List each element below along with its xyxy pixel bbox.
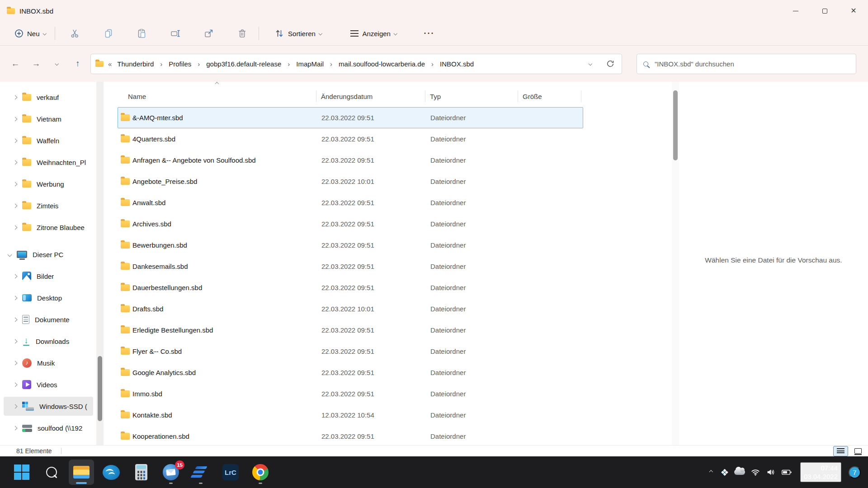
chevron-right-icon[interactable] — [13, 382, 18, 387]
breadcrumb-item[interactable]: Thunderbird — [114, 58, 156, 70]
table-row[interactable]: Anfragen &-- Angebote von Soulfood.sbd22… — [118, 150, 583, 171]
address-bar[interactable]: « Thunderbird›Profiles›gobp3f16.default-… — [90, 54, 622, 74]
sidebar-scrollbar-thumb[interactable] — [98, 356, 102, 421]
sidebar-item-drive-network[interactable]: soulfood (\\192 — [0, 417, 97, 439]
sidebar-item-folder[interactable]: Weihnachten_Pl — [0, 151, 97, 173]
chevron-down-icon[interactable] — [8, 252, 12, 257]
table-row[interactable]: Angebote_Preise.sbd22.03.2022 10:01Datei… — [118, 171, 583, 192]
notification-center-badge[interactable]: 7 — [849, 466, 861, 479]
breadcrumb-item[interactable]: mail.soulfood-lowcarberia.de — [336, 58, 428, 70]
delete-button[interactable] — [232, 25, 252, 42]
breadcrumb-item[interactable]: Profiles — [166, 58, 194, 70]
sidebar-item-folder[interactable]: Waffeln — [0, 130, 97, 151]
chevron-right-icon[interactable] — [13, 182, 18, 186]
view-button[interactable]: Anzeigen — [346, 27, 401, 40]
chevron-right-icon[interactable] — [13, 95, 18, 99]
file-list-scrollbar-thumb[interactable] — [673, 90, 678, 160]
close-button[interactable]: ✕ — [839, 0, 868, 22]
sidebar-item-music[interactable]: Musik — [0, 352, 97, 374]
address-dropdown-button[interactable] — [584, 56, 597, 72]
chevron-right-icon[interactable] — [13, 296, 18, 300]
table-row[interactable]: Google Analytics.sbd22.03.2022 09:51Date… — [118, 362, 583, 383]
table-row[interactable]: &-AMQ-mter.sbd22.03.2022 09:51Dateiordne… — [118, 107, 583, 128]
file-list-scrollbar[interactable] — [672, 82, 679, 445]
table-row[interactable]: Erledigte Bestellungen.sbd22.03.2022 09:… — [118, 319, 583, 341]
refresh-button[interactable] — [604, 56, 617, 72]
onedrive-tray-button[interactable] — [731, 463, 748, 481]
table-row[interactable]: Kooperationen.sbd22.03.2022 09:51Dateior… — [118, 426, 583, 445]
chevron-right-icon[interactable] — [13, 160, 18, 164]
taskbar-search-button[interactable] — [39, 460, 64, 485]
sidebar-item-desktop[interactable]: Desktop — [0, 287, 97, 309]
chevron-right-icon[interactable] — [13, 317, 18, 322]
chevron-right-icon[interactable] — [13, 225, 18, 230]
search-input[interactable] — [654, 60, 849, 68]
chevron-right-icon[interactable] — [13, 361, 18, 365]
sidebar-item-documents[interactable]: Dokumente — [0, 309, 97, 330]
taskbar-thunderbird-button[interactable]: 15 — [158, 460, 184, 485]
sidebar-item-drive-windows[interactable]: Windows-SSD ( — [0, 395, 97, 417]
chevron-right-icon[interactable] — [13, 404, 18, 408]
table-row[interactable]: 4Quarters.sbd22.03.2022 09:51Dateiordner — [118, 128, 583, 150]
taskbar-waves-button[interactable] — [188, 460, 213, 485]
more-button[interactable]: ··· — [419, 26, 439, 41]
volume-button[interactable] — [763, 463, 778, 481]
taskbar-explorer-button[interactable] — [69, 460, 94, 485]
breadcrumb-item[interactable]: gobp3f16.default-release — [203, 58, 284, 70]
taskbar-lightroom-button[interactable]: LrC — [218, 460, 243, 485]
minimize-button[interactable] — [781, 0, 810, 22]
table-row[interactable]: Flyer &-- Co.sbd22.03.2022 09:51Dateiord… — [118, 341, 583, 362]
battery-button[interactable] — [778, 463, 795, 481]
sidebar-item-folder[interactable]: verkauf — [0, 86, 97, 108]
taskbar-openoffice-button[interactable] — [99, 460, 124, 485]
column-header-type[interactable]: Typ — [425, 90, 518, 102]
forward-button[interactable]: → — [27, 56, 45, 72]
chevron-right-icon[interactable] — [13, 274, 18, 278]
sidebar-item-folder[interactable]: Vietnam — [0, 108, 97, 130]
table-row[interactable]: Drafts.sbd22.03.2022 10:01Dateiordner — [118, 298, 583, 319]
chevron-right-icon[interactable] — [13, 117, 18, 121]
hidden-icons-button[interactable] — [704, 463, 718, 481]
back-button[interactable]: ← — [6, 56, 24, 72]
cut-button[interactable] — [65, 25, 85, 42]
paste-button[interactable] — [132, 25, 152, 42]
share-button[interactable] — [199, 25, 219, 42]
sidebar-item-folder[interactable]: Zimteis — [0, 195, 97, 216]
dropbox-tray-button[interactable]: ❖ — [718, 463, 731, 481]
sidebar-item-downloads[interactable]: Downloads — [0, 330, 97, 352]
table-row[interactable]: Immo.sbd22.03.2022 09:51Dateiordner — [118, 383, 583, 404]
breadcrumb-item[interactable]: ImapMail — [293, 58, 326, 70]
column-header-size[interactable]: Größe — [518, 90, 581, 102]
table-row[interactable]: Kontakte.sbd12.03.2022 10:54Dateiordner — [118, 404, 583, 426]
table-row[interactable]: Anwalt.sbd22.03.2022 09:51Dateiordner — [118, 192, 583, 213]
details-view-button[interactable] — [833, 446, 848, 456]
chevron-right-icon[interactable] — [13, 339, 18, 343]
table-row[interactable]: Bewerbungen.sbd22.03.2022 09:51Dateiordn… — [118, 235, 583, 256]
breadcrumb-item[interactable]: INBOX.sbd — [437, 58, 476, 70]
chevron-right-icon[interactable] — [13, 138, 18, 143]
up-button[interactable]: ↑ — [69, 56, 87, 72]
taskbar-start-button[interactable] — [9, 460, 34, 485]
recent-locations-button[interactable] — [48, 56, 66, 72]
sidebar-item-folder[interactable]: Zitrone Blaubee — [0, 216, 97, 238]
table-row[interactable]: Dankesemails.sbd22.03.2022 09:51Dateiord… — [118, 256, 583, 277]
maximize-button[interactable] — [810, 0, 839, 22]
wifi-button[interactable] — [748, 463, 763, 481]
taskbar-chrome-button[interactable] — [248, 460, 273, 485]
column-header-date[interactable]: Änderungsdatum — [316, 90, 425, 102]
copy-button[interactable] — [99, 25, 118, 42]
rename-button[interactable] — [165, 25, 185, 42]
taskbar-calculator-button[interactable] — [128, 460, 154, 485]
sidebar-item-folder[interactable]: Werbung — [0, 173, 97, 195]
breadcrumb-overflow[interactable]: « — [108, 60, 112, 68]
sidebar-item-videos[interactable]: Videos — [0, 374, 97, 395]
new-button[interactable]: Neu — [10, 26, 50, 41]
column-header-name[interactable]: Name — [118, 90, 316, 102]
table-row[interactable]: Dauerbestellungen.sbd22.03.2022 09:51Dat… — [118, 277, 583, 298]
sidebar-item-pictures[interactable]: Bilder — [0, 265, 97, 287]
large-icons-view-button[interactable] — [850, 446, 865, 456]
sidebar-item-this-pc[interactable]: Dieser PC — [0, 244, 97, 265]
sort-button[interactable]: Sortieren — [270, 26, 326, 41]
sidebar-scrollbar[interactable] — [96, 82, 104, 445]
chevron-right-icon[interactable] — [13, 203, 18, 208]
